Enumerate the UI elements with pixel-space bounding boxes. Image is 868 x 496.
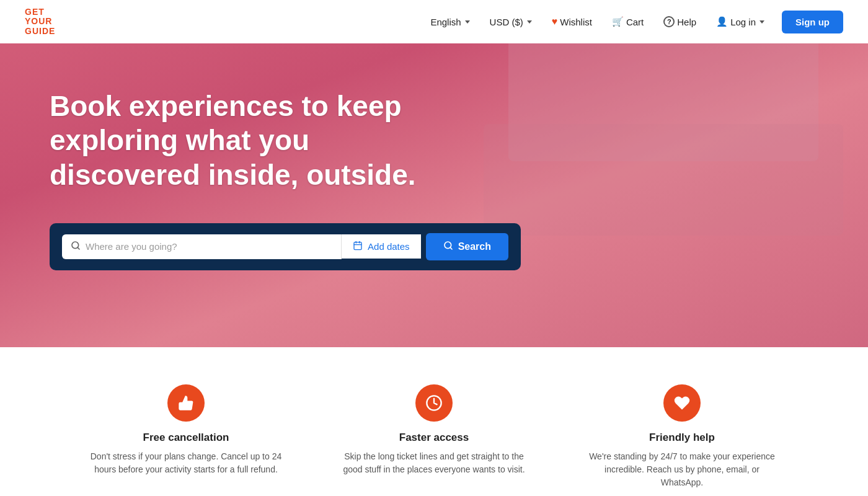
login-button[interactable]: 👤 Log in	[709, 11, 772, 32]
nav-right: English USD ($) ♥ Wishlist 🛒 Cart ? Help…	[423, 11, 843, 33]
heart-icon-circle	[663, 384, 701, 422]
search-bar: Add dates Search	[50, 223, 521, 270]
clock-icon-circle	[415, 384, 453, 422]
search-button-label: Search	[458, 241, 491, 252]
search-icon	[71, 241, 81, 253]
feature-title: Free cancellation	[143, 432, 229, 444]
wishlist-label: Wishlist	[560, 17, 592, 27]
add-dates-button[interactable]: Add dates	[342, 234, 421, 259]
wishlist-button[interactable]: ♥ Wishlist	[544, 11, 600, 32]
feature-faster-access: Faster access Skip the long ticket lines…	[335, 384, 533, 489]
login-label: Log in	[730, 17, 756, 27]
search-mag-icon	[443, 241, 453, 253]
user-icon: 👤	[716, 16, 728, 27]
help-icon: ?	[663, 16, 675, 27]
features-section: Free cancellation Don't stress if your p…	[0, 347, 868, 496]
feature-description: We're standing by 24/7 to make your expe…	[583, 450, 781, 489]
search-input-wrap	[62, 234, 342, 259]
cart-button[interactable]: 🛒 Cart	[604, 11, 651, 32]
header: GET YOUR GUIDE English USD ($) ♥ Wishlis…	[0, 0, 868, 43]
chevron-down-icon	[760, 20, 764, 24]
search-button[interactable]: Search	[426, 233, 508, 260]
hero-title: Book experiences to keep exploring what …	[50, 89, 508, 192]
currency-selector[interactable]: USD ($)	[482, 12, 539, 32]
svg-rect-1	[354, 242, 361, 250]
signup-button[interactable]: Sign up	[782, 11, 843, 33]
currency-label: USD ($)	[490, 17, 523, 27]
cart-icon: 🛒	[612, 16, 624, 27]
heart-icon: ♥	[552, 16, 558, 27]
help-button[interactable]: ? Help	[656, 11, 704, 32]
feature-friendly-help: Friendly help We're standing by 24/7 to …	[583, 384, 781, 489]
hero-content: Book experiences to keep exploring what …	[0, 40, 558, 308]
feature-free-cancellation: Free cancellation Don't stress if your p…	[87, 384, 285, 489]
feature-description: Don't stress if your plans change. Cance…	[87, 450, 285, 476]
help-label: Help	[677, 17, 696, 27]
language-label: English	[430, 17, 461, 27]
feature-description: Skip the long ticket lines and get strai…	[335, 450, 533, 476]
destination-input[interactable]	[86, 241, 332, 252]
chevron-down-icon	[527, 20, 532, 24]
feature-title: Friendly help	[649, 432, 715, 444]
feature-title: Faster access	[399, 432, 469, 444]
thumbs-up-icon-circle	[167, 384, 205, 422]
chevron-down-icon	[465, 20, 470, 24]
add-dates-label: Add dates	[368, 241, 410, 252]
logo[interactable]: GET YOUR GUIDE	[25, 7, 55, 36]
hero-section: Book experiences to keep exploring what …	[0, 0, 868, 347]
language-selector[interactable]: English	[423, 12, 477, 32]
cart-label: Cart	[626, 17, 644, 27]
calendar-icon	[353, 241, 363, 252]
